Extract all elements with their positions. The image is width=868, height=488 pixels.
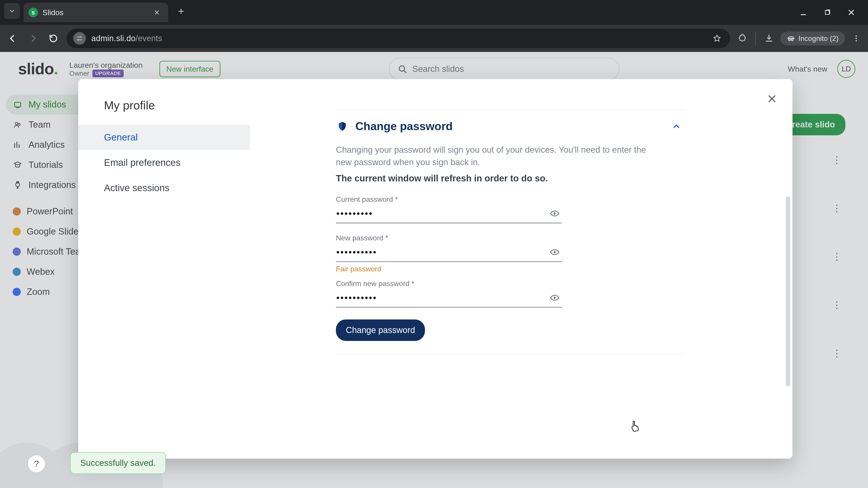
- eye-icon: [550, 247, 560, 257]
- panel-info-text: Changing your password will sign you out…: [336, 144, 652, 168]
- download-icon: [764, 34, 774, 43]
- url-host: admin.sli.do: [91, 34, 135, 43]
- toolbar-divider: [755, 32, 756, 45]
- svg-point-1: [80, 36, 81, 38]
- confirm-password-field: Confirm new password *: [336, 280, 562, 308]
- cursor-icon: [630, 420, 641, 433]
- svg-point-2: [78, 39, 79, 40]
- tabs-dropdown-button[interactable]: [4, 3, 20, 19]
- eye-icon: [550, 208, 560, 219]
- arrow-left-icon: [8, 33, 18, 43]
- nav-reload-button[interactable]: [46, 31, 61, 46]
- svg-point-7: [856, 40, 857, 41]
- plus-icon: [177, 7, 185, 15]
- bookmark-button[interactable]: [711, 32, 723, 45]
- modal-content: Change password Changing your password w…: [250, 79, 793, 459]
- confirm-password-input[interactable]: [336, 293, 544, 303]
- shield-icon: [336, 120, 348, 133]
- toggle-visibility-button[interactable]: [549, 207, 561, 219]
- address-bar[interactable]: admin.sli.do/events: [66, 29, 730, 48]
- modal-scrollbar[interactable]: [786, 197, 790, 386]
- minimize-icon: [800, 8, 807, 16]
- tab-title: Slidos: [42, 8, 147, 17]
- modal-title: My profile: [78, 98, 250, 125]
- eye-icon: [550, 293, 560, 303]
- panel-header[interactable]: Change password: [336, 110, 684, 142]
- field-label: New password *: [336, 234, 562, 242]
- svg-point-5: [856, 35, 857, 37]
- downloads-button[interactable]: [763, 32, 775, 45]
- incognito-label: Incognito (2): [798, 34, 839, 43]
- profile-modal: My profile General Email preferences Act…: [78, 79, 793, 459]
- svg-point-13: [554, 251, 556, 253]
- arrow-right-icon: [28, 33, 38, 43]
- field-label: Confirm new password *: [336, 280, 562, 288]
- incognito-indicator[interactable]: Incognito (2): [780, 31, 845, 45]
- tab-favicon: s: [29, 8, 38, 17]
- toggle-visibility-button[interactable]: [549, 292, 561, 304]
- modal-nav-general[interactable]: General: [78, 125, 250, 150]
- close-icon: [847, 8, 855, 16]
- maximize-icon: [824, 9, 831, 16]
- tune-icon: [76, 35, 83, 42]
- chevron-down-icon: [8, 8, 16, 14]
- panel-collapse-button[interactable]: [670, 120, 683, 133]
- window-maximize-button[interactable]: [822, 7, 833, 18]
- svg-point-12: [554, 213, 556, 215]
- success-toast: Successfully saved.: [70, 452, 166, 474]
- new-password-input[interactable]: [336, 247, 544, 257]
- svg-point-4: [792, 39, 793, 41]
- modal-nav-email-preferences[interactable]: Email preferences: [78, 150, 250, 175]
- url-path: /events: [135, 34, 162, 43]
- window-minimize-button[interactable]: [798, 7, 809, 18]
- address-bar-url: admin.sli.do/events: [91, 34, 162, 43]
- password-strength: Fair password: [336, 265, 562, 273]
- browser-tab[interactable]: s Slidos: [24, 3, 168, 22]
- browser-menu-button[interactable]: [850, 32, 863, 45]
- tab-close-button[interactable]: [152, 7, 162, 18]
- field-label: Current password *: [336, 195, 562, 203]
- star-icon: [712, 34, 721, 43]
- chevron-up-icon: [672, 122, 681, 131]
- panel-title: Change password: [355, 120, 663, 133]
- kebab-icon: [852, 34, 860, 42]
- reload-icon: [49, 33, 58, 43]
- new-tab-button[interactable]: [174, 4, 188, 19]
- new-password-field: New password * Fair password: [336, 234, 562, 273]
- current-password-field: Current password *: [336, 195, 562, 223]
- svg-rect-0: [825, 10, 829, 14]
- extensions-button[interactable]: [736, 32, 749, 45]
- change-password-panel: Change password Changing your password w…: [336, 110, 684, 354]
- current-password-input[interactable]: [336, 208, 544, 219]
- panel-info-strong: The current window will refresh in order…: [336, 172, 652, 185]
- close-icon: [153, 9, 160, 16]
- nav-forward-button[interactable]: [26, 31, 40, 46]
- puzzle-icon: [738, 34, 747, 43]
- help-button[interactable]: ?: [27, 455, 46, 473]
- modal-nav-active-sessions[interactable]: Active sessions: [78, 175, 250, 201]
- nav-back-button[interactable]: [5, 31, 20, 46]
- window-close-button[interactable]: [846, 7, 857, 18]
- change-password-button[interactable]: Change password: [336, 320, 425, 341]
- svg-point-14: [554, 297, 556, 299]
- toggle-visibility-button[interactable]: [549, 246, 561, 258]
- site-info-button[interactable]: [73, 32, 86, 45]
- window-controls: [798, 0, 865, 25]
- browser-toolbar: admin.sli.do/events Incognito (2): [0, 25, 868, 52]
- svg-point-6: [856, 38, 857, 39]
- app-viewport: slido. Lauren's organization Owner UPGRA…: [0, 52, 868, 488]
- svg-point-3: [789, 39, 790, 41]
- incognito-icon: [786, 34, 795, 43]
- modal-sidebar: My profile General Email preferences Act…: [78, 79, 250, 459]
- browser-tabstrip: s Slidos: [0, 0, 868, 25]
